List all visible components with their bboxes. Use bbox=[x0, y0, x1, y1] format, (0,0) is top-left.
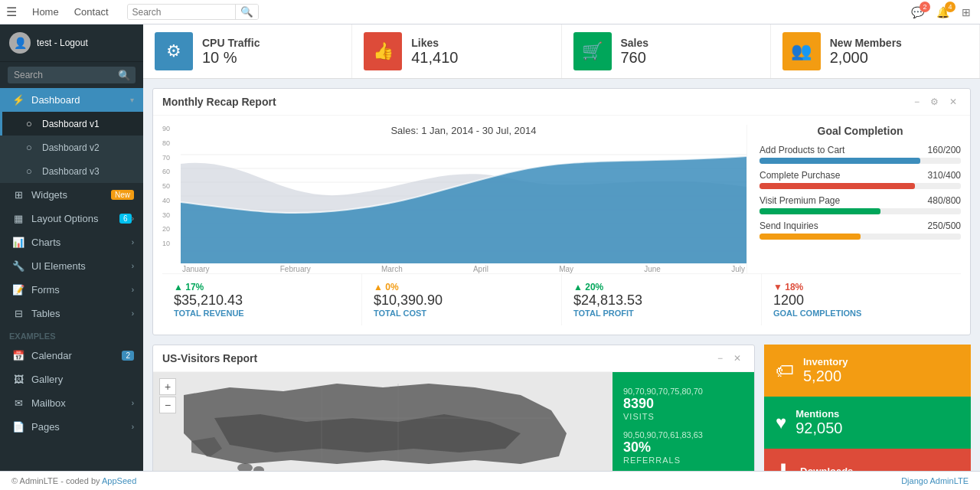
footer-appseed-link[interactable]: AppSeed bbox=[102, 476, 136, 485]
footer-copyright: © AdminLTE bbox=[11, 476, 58, 485]
sidebar-item-label: Tables bbox=[31, 308, 132, 319]
svg-point-11 bbox=[237, 463, 253, 471]
monthly-report-body: 90 80 70 60 50 40 30 20 10 bbox=[153, 116, 970, 335]
widget-info: Downloads bbox=[800, 466, 853, 472]
downloads-widget[interactable]: ⬇ Downloads bbox=[764, 449, 971, 471]
stat-info: New Members 2,000 bbox=[830, 37, 902, 67]
goal-item-label: Visit Premium Page bbox=[760, 195, 840, 206]
grid-menu-button[interactable]: ⊞ bbox=[959, 5, 974, 20]
avatar: 👤 bbox=[9, 32, 31, 54]
goal-title: Goal Completion bbox=[760, 125, 961, 137]
stat-info: Sales 760 bbox=[621, 37, 649, 67]
chevron-right-icon: › bbox=[132, 214, 134, 223]
likes-icon: 👍 bbox=[364, 32, 402, 70]
main-content-section: Monthly Recap Report − ⚙ ✕ 90 80 70 bbox=[143, 79, 980, 471]
goal-item-label: Send Inquiries bbox=[760, 220, 818, 231]
nav-home-button[interactable]: Home bbox=[26, 3, 65, 21]
stat-value: 10 % bbox=[202, 49, 260, 67]
sidebar-item-label: Calendar bbox=[31, 350, 122, 361]
us-visitors-body: + − bbox=[153, 372, 754, 471]
sidebar-item-forms[interactable]: 📝 Forms › bbox=[0, 278, 143, 302]
visits-stat: 90,70,90,70,75,80,70 8390 VISITS bbox=[623, 387, 743, 421]
stat-row-change: ▲ 17% bbox=[174, 282, 350, 292]
sidebar-item-label: Dashboard v2 bbox=[42, 142, 134, 153]
sidebar-item-dashboard[interactable]: ⚡ Dashboard ▾ bbox=[0, 88, 143, 112]
y-label: 30 bbox=[162, 211, 178, 219]
goal-item-value: 480/800 bbox=[928, 195, 961, 206]
stat-title: Sales bbox=[621, 37, 649, 49]
stat-row-label: TOTAL REVENUE bbox=[174, 309, 350, 318]
stat-row-label: TOTAL PROFIT bbox=[573, 309, 750, 318]
cpu-icon: ⚙ bbox=[155, 32, 193, 70]
chevron-right-icon: › bbox=[132, 423, 134, 431]
circle-icon: ○ bbox=[22, 142, 36, 153]
sidebar: 👤 test - Logout 🔍 ⚡ Dashboard ▾ ○ Dashbo… bbox=[0, 24, 143, 471]
sidebar-item-layout-options[interactable]: ▦ Layout Options 6 › bbox=[0, 207, 143, 230]
sidebar-item-widgets[interactable]: ⊞ Widgets New bbox=[0, 183, 143, 207]
messages-badge: 2 bbox=[920, 2, 930, 12]
sidebar-nav: ⚡ Dashboard ▾ ○ Dashboard v1 ○ Dashboard… bbox=[0, 88, 143, 471]
y-label: 70 bbox=[162, 154, 178, 162]
stat-info: Likes 41,410 bbox=[411, 37, 458, 67]
close-button[interactable]: ✕ bbox=[946, 95, 961, 109]
minimize-button[interactable]: − bbox=[714, 351, 727, 365]
settings-button[interactable]: ⚙ bbox=[926, 95, 942, 109]
mail-icon: ✉ bbox=[11, 397, 25, 409]
sidebar-item-mailbox[interactable]: ✉ Mailbox › bbox=[0, 391, 143, 415]
stat-card-likes: 👍 Likes 41,410 bbox=[352, 24, 561, 78]
map-zoom-out-button[interactable]: − bbox=[159, 397, 176, 413]
y-label: 90 bbox=[162, 125, 178, 132]
sidebar-search-input[interactable] bbox=[8, 67, 113, 83]
inventory-widget[interactable]: 🏷 Inventory 5,200 bbox=[764, 345, 971, 397]
visits-count: 8390 bbox=[623, 396, 743, 412]
y-label: 50 bbox=[162, 182, 178, 190]
footer-version-link[interactable]: Django AdminLTE bbox=[901, 476, 969, 485]
sidebar-item-calendar[interactable]: 📅 Calendar 2 bbox=[0, 344, 143, 368]
map-controls: + − bbox=[159, 378, 176, 413]
close-button[interactable]: ✕ bbox=[730, 351, 745, 365]
nav-contact-button[interactable]: Contact bbox=[68, 3, 115, 21]
stat-row-label: GOAL COMPLETIONS bbox=[773, 309, 949, 318]
messages-button[interactable]: 💬 2 bbox=[908, 5, 927, 20]
widget-title: Downloads bbox=[800, 466, 853, 472]
sidebar-item-dashboard-v1[interactable]: ○ Dashboard v1 bbox=[0, 112, 143, 136]
minimize-button[interactable]: − bbox=[910, 95, 923, 109]
referrals-label: REFERRALS bbox=[623, 456, 743, 465]
visits-numbers: 90,70,90,70,75,80,70 bbox=[623, 387, 743, 396]
sidebar-item-charts[interactable]: 📊 Charts › bbox=[0, 230, 143, 254]
goal-item-2: Visit Premium Page 480/800 bbox=[760, 195, 961, 214]
sidebar-item-gallery[interactable]: 🖼 Gallery bbox=[0, 368, 143, 391]
main-footer: © AdminLTE - coded by AppSeed Django Adm… bbox=[0, 471, 980, 490]
sidebar-item-label: Dashboard v1 bbox=[42, 119, 134, 129]
sidebar-item-pages[interactable]: 📄 Pages › bbox=[0, 415, 143, 439]
sidebar-item-dashboard-v2[interactable]: ○ Dashboard v2 bbox=[0, 136, 143, 159]
stat-row-item-revenue: ▲ 17% $35,210.43 TOTAL REVENUE bbox=[162, 274, 362, 325]
mentions-widget[interactable]: ♥ Mentions 92,050 bbox=[764, 397, 971, 449]
referrals-count: 30% bbox=[623, 439, 743, 456]
sidebar-toggle-button[interactable]: ☰ bbox=[6, 5, 17, 19]
stat-value: 2,000 bbox=[830, 49, 902, 67]
x-label: July bbox=[731, 265, 745, 273]
monthly-report-header: Monthly Recap Report − ⚙ ✕ bbox=[153, 89, 970, 116]
chevron-right-icon: › bbox=[132, 309, 134, 318]
main-wrapper: 👤 test - Logout 🔍 ⚡ Dashboard ▾ ○ Dashbo… bbox=[0, 24, 980, 471]
sidebar-item-ui-elements[interactable]: 🔧 UI Elements › bbox=[0, 254, 143, 278]
notifications-button[interactable]: 🔔 4 bbox=[933, 5, 952, 20]
sidebar-item-tables[interactable]: ⊟ Tables › bbox=[0, 302, 143, 325]
calendar-icon: 📅 bbox=[11, 350, 25, 361]
map-zoom-in-button[interactable]: + bbox=[159, 378, 176, 395]
top-nav-search-input[interactable] bbox=[128, 5, 235, 19]
stat-title: New Members bbox=[830, 37, 902, 49]
widget-value: 92,050 bbox=[795, 420, 842, 437]
members-icon: 👥 bbox=[782, 32, 821, 70]
number-badge: 6 bbox=[119, 214, 132, 224]
new-badge: New bbox=[111, 190, 134, 200]
content-wrapper: ⚙ CPU Traffic 10 % 👍 Likes 41,410 🛒 Sale… bbox=[143, 24, 980, 471]
sidebar-search-button[interactable]: 🔍 bbox=[113, 67, 136, 83]
sidebar-item-dashboard-v3[interactable]: ○ Dashboard v3 bbox=[0, 159, 143, 183]
map-stats-panel: 90,70,90,70,75,80,70 8390 VISITS 90,50,9… bbox=[612, 372, 754, 471]
calendar-badge: 2 bbox=[122, 351, 134, 361]
top-nav-search-button[interactable]: 🔍 bbox=[235, 5, 258, 19]
footer-right: Django AdminLTE bbox=[901, 476, 969, 485]
stat-value: 41,410 bbox=[411, 49, 458, 67]
